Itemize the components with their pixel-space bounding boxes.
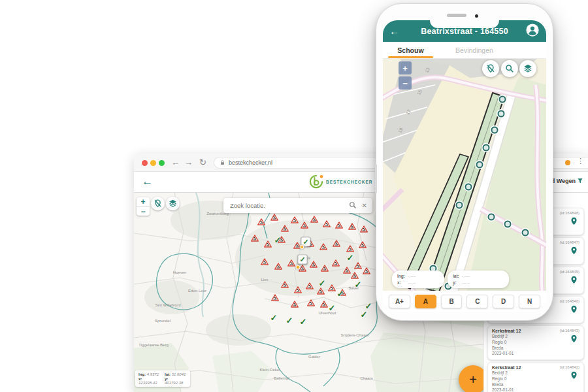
roadwork-warning-marker[interactable] — [343, 265, 351, 276]
phone-search-button[interactable] — [501, 60, 518, 77]
add-fab-button[interactable]: + — [459, 365, 483, 392]
inspection-point-marker[interactable] — [488, 214, 495, 221]
roadwork-warning-marker[interactable] — [281, 223, 289, 235]
check-marker[interactable]: ✓ — [337, 289, 344, 299]
check-marker[interactable]: ✓ — [355, 280, 362, 289]
roadwork-warning-marker[interactable] — [257, 216, 265, 228]
location-pin-icon[interactable] — [570, 304, 578, 316]
inspection-point-marker[interactable] — [491, 127, 498, 134]
check-marker[interactable]: ✓ — [300, 317, 307, 327]
layers-button[interactable] — [166, 197, 180, 210]
traffic-light-minimize[interactable] — [150, 160, 156, 166]
map-place-label: Tiggelaarse Berg — [139, 343, 168, 347]
inspection-point-marker[interactable] — [498, 110, 505, 118]
roadwork-warning-marker[interactable] — [320, 299, 328, 310]
tab-bevindingen[interactable]: Bevindingen — [438, 42, 510, 58]
roadwork-warning-marker[interactable] — [306, 280, 314, 292]
roadwork-warning-marker[interactable] — [332, 257, 340, 269]
roadwork-warning-marker[interactable] — [323, 218, 331, 230]
zoom-in-button[interactable]: + — [137, 197, 150, 207]
roadwork-warning-marker[interactable] — [294, 284, 302, 296]
roadwork-warning-marker[interactable] — [291, 214, 299, 226]
traffic-light-close[interactable] — [142, 160, 148, 166]
browser-forward-icon[interactable]: → — [184, 157, 193, 168]
phone-layers-button[interactable] — [519, 60, 536, 77]
zoom-out-button[interactable]: − — [137, 207, 150, 216]
marker-off-button[interactable] — [151, 197, 165, 210]
inspection-point-marker[interactable] — [504, 221, 512, 228]
location-pin-icon[interactable] — [570, 216, 578, 228]
roadwork-warning-marker[interactable] — [328, 282, 336, 294]
list-card[interactable]: (id:164842)Kerkstraat 12Bedrijf 2Regio 0… — [487, 362, 584, 392]
inspection-point-marker[interactable] — [522, 229, 529, 237]
roadwork-warning-marker[interactable] — [271, 292, 279, 304]
app-back-button[interactable]: ← — [142, 175, 153, 188]
search-icon[interactable] — [349, 200, 357, 212]
check-marker[interactable]: ✓ — [329, 303, 336, 313]
roadwork-warning-marker[interactable] — [261, 256, 269, 268]
location-pin-icon[interactable] — [570, 334, 578, 346]
roadwork-warning-marker[interactable] — [307, 297, 315, 309]
tab-schouw[interactable]: Schouw — [383, 42, 438, 58]
roadwork-warning-marker[interactable] — [363, 265, 370, 277]
phone-map[interactable]: 13151719 + − — [383, 59, 546, 291]
phone-lat-y-readout: lat: -.---- y: ---.-- — [448, 270, 509, 288]
roadwork-warning-marker[interactable] — [335, 220, 343, 231]
browser-reload-icon[interactable]: ↻ — [199, 157, 206, 168]
check-marker[interactable]: ✓ — [319, 278, 326, 288]
location-pin-icon[interactable] — [570, 275, 578, 287]
search-clear-icon[interactable]: ✕ — [362, 202, 367, 209]
rating-button-d[interactable]: D — [493, 295, 514, 308]
roadwork-warning-marker[interactable] — [348, 221, 356, 233]
roadwork-warning-marker[interactable] — [319, 241, 327, 253]
rating-button-a[interactable]: A — [415, 295, 436, 308]
check-marker[interactable]: ✓ — [286, 316, 293, 325]
card-id: (id:164848) — [560, 211, 580, 215]
inspection-point-marker[interactable] — [499, 96, 506, 103]
rating-button-n[interactable]: N — [519, 295, 540, 308]
roadwork-warning-marker[interactable] — [310, 214, 318, 225]
check-marker[interactable]: ✓ — [361, 310, 368, 319]
inspection-point-marker[interactable] — [465, 184, 472, 191]
roadwork-warning-marker[interactable] — [251, 233, 259, 244]
browser-menu-icon[interactable]: ⋮ — [577, 157, 584, 165]
browser-back-icon[interactable]: ← — [171, 157, 180, 168]
rating-button-c[interactable]: C — [466, 295, 488, 308]
roadwork-warning-marker[interactable] — [333, 238, 340, 250]
roadwork-warning-marker[interactable] — [281, 279, 289, 291]
roadwork-warning-marker[interactable] — [301, 220, 308, 231]
roadwork-warning-marker[interactable] — [264, 238, 272, 250]
inspection-point-marker[interactable] — [483, 144, 490, 152]
search-input[interactable] — [229, 201, 349, 210]
roadwork-warning-marker[interactable] — [274, 261, 282, 272]
roadwork-warning-marker[interactable] — [321, 263, 329, 274]
rating-button-b[interactable]: B — [441, 295, 463, 308]
roadwork-warning-marker[interactable] — [359, 239, 367, 251]
account-button[interactable] — [525, 23, 540, 40]
traffic-light-maximize[interactable] — [159, 160, 165, 166]
roadwork-warning-marker[interactable] — [360, 223, 368, 235]
dot-marker[interactable] — [296, 265, 301, 270]
check-marker[interactable]: ✓ — [270, 313, 278, 323]
phone-zoom-out-button[interactable]: − — [399, 76, 412, 90]
roadwork-warning-marker[interactable] — [310, 259, 318, 270]
extension-icon[interactable] — [565, 160, 570, 165]
map-place-label: Klein-Oekel — [259, 368, 280, 372]
dot-marker[interactable] — [300, 245, 304, 250]
check-marker[interactable]: ✓ — [347, 253, 354, 263]
roadwork-warning-marker[interactable] — [291, 299, 299, 310]
roadwork-warning-marker[interactable] — [287, 257, 295, 269]
list-card[interactable]: (id:164843)Kerkstraat 12Bedrijf 2Regio 0… — [487, 325, 584, 360]
phone-back-button[interactable]: ← — [389, 25, 404, 37]
inspection-point-marker[interactable] — [456, 202, 463, 209]
phone-zoom-in-button[interactable]: + — [399, 61, 412, 74]
rating-button-a+[interactable]: A+ — [389, 295, 410, 308]
phone-marker-off-button[interactable] — [482, 60, 499, 77]
selected-check-marker[interactable]: ✓ — [298, 255, 308, 265]
location-pin-icon[interactable] — [570, 246, 578, 257]
roadwork-warning-marker[interactable] — [270, 212, 278, 223]
inspection-point-marker[interactable] — [476, 161, 483, 169]
phone-side-button — [375, 164, 377, 193]
check-marker[interactable]: ✓ — [274, 235, 282, 245]
location-pin-icon[interactable] — [570, 370, 578, 382]
